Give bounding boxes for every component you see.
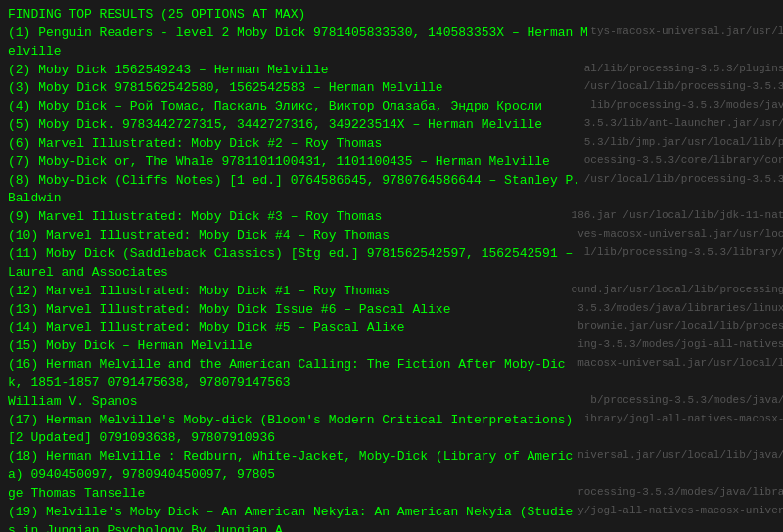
terminal-line: (8) Moby-Dick (Cliffs Notes) [1 ed.] 076… [8,172,783,209]
terminal-line: (3) Moby Dick 9781562542580, 1562542583 … [8,79,783,98]
terminal-left-text: (2) Moby Dick 1562549243 – Herman Melvil… [8,62,584,80]
terminal-line: (15) Moby Dick – Herman Melvilleing-3.5.… [8,337,783,356]
terminal-right-text: niversal.jar/usr/local/lib/java/p [577,448,783,485]
terminal-right-text: /usr/local/lib/processing-3.5.3/ [584,79,783,98]
terminal-left-text: (19) Melville's Moby Dick – An American … [8,504,577,532]
terminal-right-text: l/lib/processing-3.5.3/library/s [584,245,783,283]
terminal-right-text: rocessing-3.5.3/modes/java/librar [577,485,783,504]
terminal-left-text: (16) Herman Melville and the American Ca… [8,356,577,393]
terminal-line: (18) Herman Melville : Redburn, White-Ja… [8,448,783,485]
terminal-right-text: macosx-universal.jar/usr/local/li [577,356,783,393]
terminal-line: (2) Moby Dick 1562549243 – Herman Melvil… [8,62,783,80]
terminal-left-text: (4) Moby Dick – Рой Томас, Паскаль Эликс… [8,98,590,116]
terminal-line: William V. Spanosb/processing-3.5.3/mode… [8,393,783,412]
terminal-left-text: (13) Marvel Illustrated: Moby Dick Issue… [8,301,577,320]
terminal-right-text: tys-macosx-universal.jar/usr/lo [590,24,783,62]
terminal-left-text: (8) Moby-Dick (Cliffs Notes) [1 ed.] 076… [8,172,584,209]
terminal-line: (5) Moby Dick. 9783442727315, 3442727316… [8,116,783,135]
terminal-right-text: ound.jar/usr/local/lib/processing- [572,283,783,301]
terminal-right-text: ves-macosx-universal.jar/usr/loca [577,227,783,245]
terminal-line: (17) Herman Melville's Moby-dick (Bloom'… [8,412,783,449]
terminal-right-text: 186.jar /usr/local/lib/jdk-11-nati [572,208,783,227]
terminal-right-text: 3.5.3/modes/java/libraries/linux- [577,301,783,320]
terminal-line: (19) Melville's Moby Dick – An American … [8,504,783,532]
terminal-line: (6) Marvel Illustrated: Moby Dick #2 – R… [8,135,783,154]
terminal-left-text: FINDING TOP RESULTS (25 OPTIONS AT MAX) [8,6,783,24]
terminal-right-text: lib/processing-3.5.3/modes/java [590,98,783,116]
terminal-line: (11) Moby Dick (Saddleback Classics) [St… [8,245,783,283]
terminal-right-text: b/processing-3.5.3/modes/java/l [590,393,783,412]
terminal-line: (13) Marvel Illustrated: Moby Dick Issue… [8,301,783,320]
terminal-left-text: (5) Moby Dick. 9783442727315, 3442727316… [8,116,584,135]
terminal-line: ge Thomas Tansellerocessing-3.5.3/modes/… [8,485,783,504]
terminal-left-text: (10) Marvel Illustrated: Moby Dick #4 – … [8,227,577,245]
terminal-left-text: (7) Moby-Dick or, The Whale 978110110043… [8,154,584,172]
terminal-line: (16) Herman Melville and the American Ca… [8,356,783,393]
terminal-right-text: 5.3/lib/jmp.jar/usr/local/lib/pr [584,135,783,154]
terminal-window: FINDING TOP RESULTS (25 OPTIONS AT MAX)(… [0,0,783,532]
terminal-left-text: (9) Marvel Illustrated: Moby Dick #3 – R… [8,208,572,227]
terminal-line: (1) Penguin Readers - level 2 Moby Dick … [8,24,783,62]
terminal-left-text: (17) Herman Melville's Moby-dick (Bloom'… [8,412,584,449]
terminal-right-text: /usr/local/lib/processing-3.5.3/ [584,172,783,209]
terminal-left-text: William V. Spanos [8,393,590,412]
terminal-right-text: ocessing-3.5.3/core/library/core [584,154,783,172]
terminal-left-text: ge Thomas Tanselle [8,485,577,504]
terminal-line: FINDING TOP RESULTS (25 OPTIONS AT MAX) [8,6,783,24]
terminal-line: (7) Moby-Dick or, The Whale 978110110043… [8,154,783,172]
terminal-line: (9) Marvel Illustrated: Moby Dick #3 – R… [8,208,783,227]
terminal-right-text: ing-3.5.3/modes/jogi-all-natives- [577,337,783,356]
terminal-left-text: (15) Moby Dick – Herman Melville [8,337,577,356]
terminal-right-text: al/lib/processing-3.5.3/plugins/ [584,62,783,80]
terminal-right-text: ibrary/jogl-all-natives-macosx-u [584,412,783,449]
terminal-line: (4) Moby Dick – Рой Томас, Паскаль Эликс… [8,98,783,116]
terminal-left-text: (6) Marvel Illustrated: Moby Dick #2 – R… [8,135,584,154]
terminal-right-text: brownie.jar/usr/local/lib/process [577,319,783,337]
terminal-line: (10) Marvel Illustrated: Moby Dick #4 – … [8,227,783,245]
terminal-left-text: (1) Penguin Readers - level 2 Moby Dick … [8,24,590,62]
terminal-left-text: (11) Moby Dick (Saddleback Classics) [St… [8,245,584,283]
terminal-left-text: (12) Marvel Illustrated: Moby Dick #1 – … [8,283,572,301]
terminal-line: (14) Marvel Illustrated: Moby Dick #5 – … [8,319,783,337]
terminal-left-text: (14) Marvel Illustrated: Moby Dick #5 – … [8,319,577,337]
terminal-right-text: y/jogl-all-natives-macosx-univers [577,504,783,532]
terminal-right-text: 3.5.3/lib/ant-launcher.jar/usr/l [584,116,783,135]
terminal-left-text: (18) Herman Melville : Redburn, White-Ja… [8,448,577,485]
terminal-line: (12) Marvel Illustrated: Moby Dick #1 – … [8,283,783,301]
terminal-left-text: (3) Moby Dick 9781562542580, 1562542583 … [8,79,584,98]
